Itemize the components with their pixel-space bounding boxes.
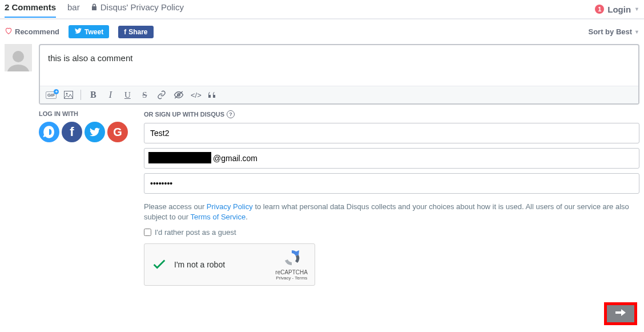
image-icon[interactable]	[63, 90, 74, 100]
signup-label: OR SIGN UP WITH DISQUS ?	[144, 110, 639, 118]
link-icon[interactable]	[156, 90, 167, 100]
code-icon[interactable]: </>	[191, 90, 201, 100]
sort-dropdown[interactable]: Sort by Best ▼	[589, 27, 640, 36]
compose-toolbar: GIF + B I U S </>	[40, 86, 638, 103]
login-label: Login	[607, 5, 631, 14]
compose-box: this is also a comment GIF + B I U S	[39, 44, 639, 105]
action-row: Recommend Tweet f Share Sort by Best ▼	[0, 19, 644, 44]
recaptcha-box: I'm not a robot reCAPTCHA Privacy - Term…	[144, 243, 315, 286]
login-with-label: LOG IN WITH	[39, 110, 130, 117]
tweet-button[interactable]: Tweet	[69, 25, 109, 38]
sort-label: Sort by Best	[589, 27, 633, 36]
login-dropdown[interactable]: 1 Login ▼	[595, 5, 639, 14]
twitter-icon	[74, 27, 82, 36]
share-button[interactable]: f Share	[118, 26, 153, 38]
guest-checkbox[interactable]	[144, 229, 151, 236]
recaptcha-links[interactable]: Privacy - Terms	[275, 275, 308, 281]
help-icon[interactable]: ?	[227, 110, 235, 118]
strikethrough-icon[interactable]: S	[139, 90, 150, 100]
name-input[interactable]	[144, 123, 639, 143]
comment-textarea[interactable]: this is also a comment	[40, 45, 638, 86]
tab-privacy[interactable]: Disqus' Privacy Policy	[91, 2, 184, 17]
email-input[interactable]	[144, 148, 639, 169]
share-label: Share	[128, 28, 147, 36]
quote-icon[interactable]	[208, 90, 218, 100]
underline-icon[interactable]: U	[122, 90, 132, 100]
guest-label: I'd rather post as a guest	[155, 228, 236, 237]
terms-link[interactable]: Terms of Service	[190, 213, 245, 221]
tab-privacy-label: Disqus' Privacy Policy	[100, 2, 184, 12]
login-twitter-button[interactable]	[84, 122, 105, 142]
login-facebook-button[interactable]: f	[62, 122, 82, 142]
gif-icon[interactable]: GIF +	[46, 91, 57, 99]
login-disqus-button[interactable]	[39, 122, 59, 142]
svg-point-2	[66, 93, 68, 95]
tweet-label: Tweet	[84, 28, 103, 36]
recommend-label: Recommend	[15, 27, 59, 36]
recaptcha-label: I'm not a robot	[174, 260, 225, 269]
chevron-down-icon: ▼	[634, 29, 639, 35]
checkmark-icon	[151, 257, 167, 273]
avatar	[5, 44, 32, 71]
submit-button[interactable]	[607, 305, 634, 322]
bold-icon[interactable]: B	[88, 90, 98, 100]
heart-icon	[5, 27, 13, 37]
svg-point-0	[13, 51, 24, 62]
chevron-down-icon: ▼	[634, 6, 639, 12]
italic-icon[interactable]: I	[105, 90, 115, 100]
password-input[interactable]	[144, 173, 639, 194]
privacy-policy-link[interactable]: Privacy Policy	[207, 202, 253, 211]
login-google-button[interactable]: G	[107, 122, 128, 142]
recaptcha-logo-icon	[283, 259, 301, 269]
facebook-icon: f	[124, 28, 126, 36]
lock-icon	[91, 2, 97, 12]
tab-site[interactable]: bar	[67, 2, 80, 17]
spoiler-icon[interactable]	[174, 90, 184, 100]
legal-text: Please access our Privacy Policy to lear…	[144, 202, 639, 222]
submit-highlight	[604, 302, 637, 325]
arrow-right-icon	[615, 309, 626, 319]
tab-comments[interactable]: 2 Comments	[5, 2, 56, 18]
recommend-button[interactable]: Recommend	[5, 27, 59, 37]
recaptcha-brand: reCAPTCHA	[275, 269, 308, 275]
divider	[80, 90, 81, 100]
header: 2 Comments bar Disqus' Privacy Policy 1 …	[0, 0, 644, 19]
notification-badge: 1	[595, 5, 604, 14]
email-redaction	[148, 152, 211, 163]
